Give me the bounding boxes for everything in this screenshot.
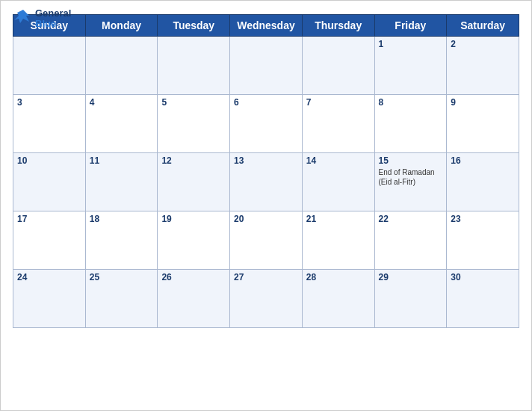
day-number: 23 bbox=[451, 214, 515, 224]
calendar-day-cell: 4 bbox=[85, 95, 158, 153]
calendar-day-cell: 8 bbox=[374, 95, 447, 153]
calendar-day-cell: 3 bbox=[13, 95, 86, 153]
weekday-header-friday: Friday bbox=[374, 15, 447, 37]
day-number: 18 bbox=[90, 214, 154, 224]
calendar-day-cell bbox=[158, 37, 230, 95]
calendar-week-row: 3456789 bbox=[13, 95, 519, 153]
weekday-header-monday: Monday bbox=[85, 15, 158, 37]
day-number: 9 bbox=[451, 97, 515, 108]
day-number: 30 bbox=[451, 272, 515, 282]
calendar-day-cell: 6 bbox=[230, 95, 303, 153]
svg-marker-0 bbox=[14, 10, 29, 23]
day-number: 1 bbox=[379, 39, 443, 49]
event-label: End of Ramadan (Eid al-Fitr) bbox=[379, 167, 443, 187]
day-number: 8 bbox=[379, 97, 443, 108]
calendar-week-row: 24252627282930 bbox=[13, 270, 519, 328]
day-number: 25 bbox=[90, 272, 154, 282]
calendar-day-cell: 14 bbox=[302, 153, 374, 211]
calendar-day-cell: 13 bbox=[230, 153, 303, 211]
day-number: 15 bbox=[379, 155, 443, 166]
day-number: 11 bbox=[90, 155, 154, 166]
calendar-table: SundayMondayTuesdayWednesdayThursdayFrid… bbox=[13, 14, 519, 328]
weekday-header-saturday: Saturday bbox=[447, 15, 519, 37]
calendar-day-cell: 15End of Ramadan (Eid al-Fitr) bbox=[374, 153, 447, 211]
weekday-header-row: SundayMondayTuesdayWednesdayThursdayFrid… bbox=[13, 15, 519, 37]
calendar-day-cell bbox=[302, 37, 374, 95]
day-number: 29 bbox=[379, 272, 443, 282]
calendar-day-cell: 10 bbox=[13, 153, 86, 211]
calendar-day-cell: 16 bbox=[447, 153, 519, 211]
calendar-day-cell: 25 bbox=[85, 270, 158, 328]
calendar-week-row: 12 bbox=[13, 37, 519, 95]
calendar-day-cell: 23 bbox=[447, 211, 519, 270]
calendar-day-cell: 2 bbox=[447, 37, 519, 95]
weekday-header-tuesday: Tuesday bbox=[158, 15, 230, 37]
calendar-day-cell: 19 bbox=[158, 211, 230, 270]
calendar-day-cell: 17 bbox=[13, 211, 86, 270]
weekday-header-wednesday: Wednesday bbox=[230, 15, 303, 37]
calendar-day-cell: 29 bbox=[374, 270, 447, 328]
calendar-day-cell: 9 bbox=[447, 95, 519, 153]
day-number: 5 bbox=[161, 97, 226, 108]
calendar-day-cell: 7 bbox=[302, 95, 374, 153]
day-number: 22 bbox=[379, 214, 443, 224]
day-number: 13 bbox=[234, 155, 298, 166]
calendar-week-row: 101112131415End of Ramadan (Eid al-Fitr)… bbox=[13, 153, 519, 211]
weekday-header-thursday: Thursday bbox=[302, 15, 374, 37]
day-number: 7 bbox=[306, 97, 371, 108]
day-number: 3 bbox=[17, 97, 81, 108]
calendar-day-cell: 11 bbox=[85, 153, 158, 211]
calendar-day-cell: 5 bbox=[158, 95, 230, 153]
calendar-day-cell bbox=[13, 37, 86, 95]
calendar-day-cell: 21 bbox=[302, 211, 374, 270]
day-number: 27 bbox=[234, 272, 298, 282]
calendar-day-cell: 24 bbox=[13, 270, 86, 328]
day-number: 20 bbox=[234, 214, 298, 224]
day-number: 14 bbox=[306, 155, 371, 166]
calendar-day-cell: 12 bbox=[158, 153, 230, 211]
calendar-day-cell: 27 bbox=[230, 270, 303, 328]
day-number: 17 bbox=[17, 214, 81, 224]
calendar-day-cell: 22 bbox=[374, 211, 447, 270]
day-number: 10 bbox=[17, 155, 81, 166]
logo: General Blue bbox=[13, 8, 71, 30]
day-number: 16 bbox=[451, 155, 515, 166]
day-number: 6 bbox=[234, 97, 298, 108]
day-number: 21 bbox=[306, 214, 371, 224]
calendar-day-cell: 1 bbox=[374, 37, 447, 95]
day-number: 4 bbox=[90, 97, 154, 108]
calendar-week-row: 17181920212223 bbox=[13, 211, 519, 270]
day-number: 2 bbox=[451, 39, 515, 49]
calendar-day-cell: 30 bbox=[447, 270, 519, 328]
logo-text-blue: Blue bbox=[35, 19, 71, 29]
calendar-day-cell: 20 bbox=[230, 211, 303, 270]
calendar-container: General Blue SundayMondayTuesdayWednesda… bbox=[0, 0, 532, 411]
calendar-day-cell: 28 bbox=[302, 270, 374, 328]
calendar-day-cell bbox=[230, 37, 303, 95]
day-number: 28 bbox=[306, 272, 371, 282]
calendar-day-cell bbox=[85, 37, 158, 95]
day-number: 19 bbox=[161, 214, 226, 224]
logo-text-general: General bbox=[35, 8, 71, 19]
day-number: 26 bbox=[161, 272, 226, 282]
day-number: 12 bbox=[161, 155, 226, 166]
day-number: 24 bbox=[17, 272, 81, 282]
calendar-day-cell: 26 bbox=[158, 270, 230, 328]
calendar-day-cell: 18 bbox=[85, 211, 158, 270]
